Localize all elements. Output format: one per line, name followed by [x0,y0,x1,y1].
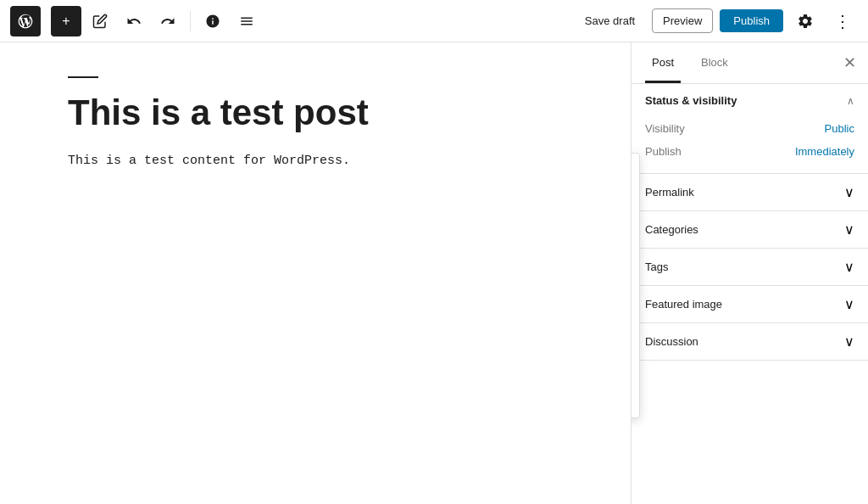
post-content[interactable]: This is a test content for WordPress. [68,151,563,171]
tab-post[interactable]: Post [645,42,681,83]
datetime-popup: January February March April May June Ju… [631,153,640,418]
publish-label: Publish [645,145,682,158]
visibility-row: Visibility Public [645,117,854,140]
preview-button[interactable]: Preview [652,8,713,33]
visibility-label: Visibility [645,122,685,135]
wordpress-icon [17,13,34,30]
toolbar-separator-1 [190,11,191,31]
status-visibility-title: Status & visibility [645,94,737,107]
publish-value[interactable]: Immediately [795,145,854,158]
save-draft-button[interactable]: Save draft [575,9,645,32]
add-block-button[interactable]: + [51,6,81,36]
settings-button[interactable] [790,6,821,36]
more-options-button[interactable]: ⋮ [827,6,858,36]
pen-button[interactable] [85,6,115,36]
chevron-down-icon: ∨ [844,184,854,200]
featured-image-label: Featured image [645,298,722,311]
post-title[interactable]: This is a test post [68,92,563,134]
close-icon: ✕ [843,53,856,72]
permalink-section[interactable]: Permalink ∨ [632,174,868,211]
toolbar-right: Save draft Preview Publish ⋮ [575,6,858,36]
categories-label: Categories [645,223,698,236]
editor-area[interactable]: This is a test post This is a test conte… [0,42,631,504]
pen-icon [92,14,108,29]
redo-button[interactable] [153,6,183,36]
tags-section[interactable]: Tags ∨ [632,249,868,286]
undo-icon [126,14,142,29]
chevron-down-icon: ∨ [844,221,854,238]
categories-section[interactable]: Categories ∨ [632,211,868,249]
redo-icon [160,14,175,29]
discussion-section[interactable]: Discussion ∨ [632,323,868,361]
close-sidebar-button[interactable]: ✕ [837,51,861,75]
chevron-down-icon: ∨ [844,333,854,350]
info-button[interactable] [198,6,228,36]
list-icon [239,14,254,29]
publish-button[interactable]: Publish [720,9,783,32]
featured-image-section[interactable]: Featured image ∨ [632,286,868,323]
list-view-button[interactable] [231,6,262,36]
undo-button[interactable] [119,6,149,36]
tab-block[interactable]: Block [694,42,735,83]
info-icon [205,14,220,29]
discussion-label: Discussion [645,335,698,348]
main-toolbar: + Save draft Preview Publish ⋮ [0,0,868,42]
wp-logo [10,6,41,36]
editor-separator [68,76,98,78]
chevron-up-icon: ∧ [847,95,854,107]
tags-label: Tags [645,260,668,273]
chevron-down-icon: ∨ [844,296,854,312]
main-area: This is a test post This is a test conte… [0,42,868,504]
status-visibility-header[interactable]: Status & visibility ∧ [632,84,868,117]
chevron-down-icon: ∨ [844,259,854,275]
sidebar-tabs: Post Block ✕ [632,42,868,84]
publish-row: Publish Immediately [645,140,854,163]
visibility-value[interactable]: Public [825,122,854,135]
status-visibility-section: Status & visibility ∧ Visibility Public … [632,84,868,174]
add-icon: + [62,14,70,29]
sidebar: Post Block ✕ Status & visibility ∧ Visib… [631,42,868,504]
more-icon: ⋮ [834,11,852,31]
permalink-label: Permalink [645,186,694,199]
status-visibility-content: Visibility Public Publish Immediately [632,117,868,173]
gear-icon [797,13,814,30]
